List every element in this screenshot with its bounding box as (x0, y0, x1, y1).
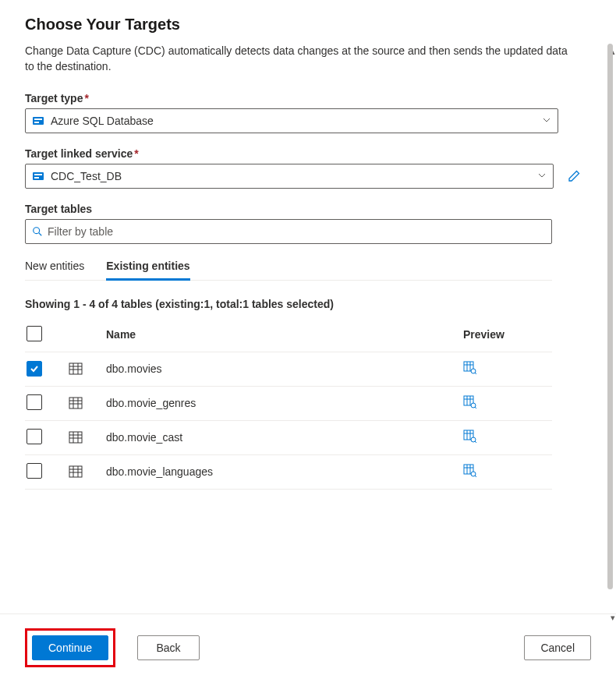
chevron-down-icon (542, 115, 551, 127)
target-type-value: Azure SQL Database (51, 115, 542, 127)
select-all-checkbox[interactable] (27, 326, 42, 341)
chevron-down-icon (537, 170, 547, 182)
tables-list: Name Preview dbo.movies dbo (25, 321, 552, 490)
page-description: Change Data Capture (CDC) automatically … (25, 43, 571, 75)
back-button[interactable]: Back (137, 635, 200, 660)
continue-button[interactable]: Continue (32, 635, 108, 660)
filter-tables-search[interactable] (25, 219, 552, 244)
tab-new-entities[interactable]: New entities (25, 253, 84, 280)
sql-database-icon (32, 115, 44, 127)
column-header-preview[interactable]: Preview (463, 328, 552, 341)
svg-rect-4 (34, 174, 42, 175)
svg-rect-19 (69, 398, 82, 408)
target-tables-label: Target tables (25, 203, 591, 215)
table-icon (69, 465, 83, 479)
table-header-row: Name Preview (25, 321, 552, 352)
svg-line-51 (475, 476, 476, 477)
table-row: dbo.movie_genres (25, 387, 552, 421)
filter-tables-input[interactable] (48, 225, 545, 238)
svg-line-40 (475, 441, 476, 443)
table-icon (69, 362, 83, 376)
svg-line-29 (475, 407, 476, 408)
tables-summary: Showing 1 - 4 of 4 tables (existing:1, t… (25, 298, 591, 310)
preview-icon (463, 430, 477, 444)
row-checkbox[interactable] (27, 463, 42, 479)
svg-point-6 (34, 227, 40, 233)
preview-button[interactable] (463, 464, 477, 478)
table-name: dbo.movie_genres (106, 397, 463, 409)
target-type-label: Target type* (25, 92, 591, 104)
svg-rect-0 (33, 117, 44, 125)
svg-rect-3 (33, 172, 44, 180)
scrollbar[interactable] (607, 44, 613, 589)
sql-database-icon (32, 170, 44, 182)
svg-rect-30 (69, 432, 82, 443)
row-checkbox[interactable] (27, 361, 42, 377)
target-type-dropdown[interactable]: Azure SQL Database (25, 108, 558, 133)
tab-existing-entities[interactable]: Existing entities (106, 253, 189, 280)
footer: Continue Back Cancel (0, 614, 616, 686)
page-title: Choose Your Targets (25, 16, 591, 34)
svg-rect-2 (34, 122, 39, 123)
linked-service-dropdown[interactable]: CDC_Test_DB (25, 164, 554, 189)
preview-icon (463, 464, 477, 478)
table-name: dbo.movie_languages (106, 465, 463, 478)
svg-rect-41 (69, 466, 82, 477)
column-header-name[interactable]: Name (106, 328, 463, 341)
required-indicator: * (84, 92, 88, 104)
check-icon (29, 363, 40, 374)
row-checkbox[interactable] (27, 429, 42, 444)
table-row: dbo.movies (25, 352, 552, 387)
table-row: dbo.movie_cast (25, 421, 552, 455)
svg-line-7 (39, 232, 42, 235)
continue-highlight: Continue (25, 628, 115, 667)
svg-line-18 (475, 373, 476, 374)
preview-icon (463, 395, 477, 409)
svg-rect-5 (34, 177, 39, 179)
linked-service-label: Target linked service* (25, 147, 591, 160)
table-icon (69, 396, 83, 410)
pencil-icon (568, 170, 580, 182)
svg-rect-8 (69, 363, 82, 374)
table-name: dbo.movies (106, 362, 463, 375)
edit-linked-service-button[interactable] (561, 164, 586, 189)
row-checkbox[interactable] (27, 394, 42, 410)
svg-rect-1 (34, 118, 42, 120)
table-name: dbo.movie_cast (106, 431, 463, 444)
preview-button[interactable] (463, 361, 477, 375)
preview-button[interactable] (463, 395, 477, 409)
preview-button[interactable] (463, 430, 477, 444)
preview-icon (463, 361, 477, 375)
linked-service-value: CDC_Test_DB (51, 170, 537, 182)
table-row: dbo.movie_languages (25, 455, 552, 490)
required-indicator: * (134, 147, 138, 160)
search-icon (32, 226, 43, 237)
cancel-button[interactable]: Cancel (524, 635, 591, 660)
table-icon (69, 430, 83, 444)
